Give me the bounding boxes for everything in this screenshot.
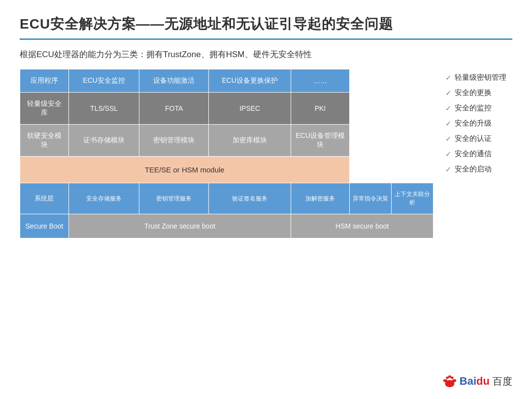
ecu-device-mgmt: ECU设备管理模块 — [291, 125, 349, 157]
check-icon-5: ✓ — [445, 134, 452, 143]
boot-layer-row: Secure Boot Trust Zone secure boot HSM s… — [20, 214, 433, 238]
module-layer-row: 软硬安全模块 证书存储模块 密钥管理模块 加密库模块 ECU设备管理模块 — [20, 125, 433, 157]
app-label: 应用程序 — [20, 69, 69, 93]
checklist-item-2: ✓ 安全的更换 — [445, 88, 512, 98]
page: ECU安全解决方案——无源地址和无认证引导起的安全问题 根据ECU处理器的能力分… — [0, 0, 532, 399]
ecu-monitor: ECU安全监控 — [68, 69, 139, 93]
checklist-label-4: 安全的升级 — [455, 119, 492, 128]
baidu-paw-icon — [441, 372, 459, 390]
ipsec: IPSEC — [209, 93, 291, 125]
verify-sign: 验证签名服务 — [209, 183, 291, 214]
table-container: 应用程序 ECU安全监控 设备功能激活 ECU设备更换保护 …… 轻量级安全库 … — [20, 69, 433, 238]
check-icon-3: ✓ — [445, 104, 452, 113]
baidu-text: Baidu — [460, 375, 490, 388]
more-features: …… — [291, 69, 349, 93]
svg-point-5 — [448, 375, 451, 378]
sys-label: 系统层 — [20, 183, 69, 214]
hsm-boot: HSM secure boot — [291, 214, 433, 238]
tls-ssl: TLS/SSL — [68, 93, 139, 125]
module-label: 软硬安全模块 — [20, 125, 69, 157]
checklist: ✓ 轻量级密钥管理 ✓ 安全的更换 ✓ 安全的监控 ✓ 安全的升级 ✓ 安全的认… — [445, 69, 512, 174]
anomaly-decision: 异常指令决策 — [349, 183, 391, 214]
baidu-logo: Baidu 百度 — [441, 372, 512, 390]
app-layer-row: 应用程序 ECU安全监控 设备功能激活 ECU设备更换保护 …… — [20, 69, 433, 93]
baidu-bai: Bai — [460, 375, 476, 387]
baidu-du: du — [476, 375, 490, 387]
context-analysis: 上下文关联分析 — [391, 183, 433, 214]
secure-boot-label: Secure Boot — [20, 214, 69, 238]
checklist-label-1: 轻量级密钥管理 — [455, 73, 506, 82]
device-activate: 设备功能激活 — [139, 69, 209, 93]
architecture-table: 应用程序 ECU安全监控 设备功能激活 ECU设备更换保护 …… 轻量级安全库 … — [20, 69, 433, 238]
tee-module: TEE/SE or HSM module — [20, 157, 350, 183]
fota: FOTA — [139, 93, 209, 125]
ecu-replace: ECU设备更换保护 — [209, 69, 291, 93]
trustzone-boot: Trust Zone secure boot — [68, 214, 291, 238]
checklist-label-7: 安全的启动 — [455, 165, 492, 174]
svg-point-1 — [443, 379, 447, 382]
lib-layer-row: 轻量级安全库 TLS/SSL FOTA IPSEC PKI — [20, 93, 433, 125]
check-icon-1: ✓ — [445, 73, 452, 82]
key-mgmt-svc: 密钥管理服务 — [139, 183, 209, 214]
checklist-item-5: ✓ 安全的认证 — [445, 134, 512, 143]
checklist-item-3: ✓ 安全的监控 — [445, 103, 512, 113]
crypto-lib: 加密库模块 — [209, 125, 291, 157]
checklist-item-6: ✓ 安全的通信 — [445, 149, 512, 159]
encrypt-decrypt: 加解密服务 — [291, 183, 349, 214]
baidu-chinese: 百度 — [493, 375, 512, 388]
checklist-label-5: 安全的认证 — [455, 134, 492, 143]
main-layout: 应用程序 ECU安全监控 设备功能激活 ECU设备更换保护 …… 轻量级安全库 … — [20, 69, 512, 238]
check-icon-4: ✓ — [445, 119, 452, 128]
lib-label: 轻量级安全库 — [20, 93, 69, 125]
svg-point-2 — [452, 379, 456, 382]
page-title: ECU安全解决方案——无源地址和无认证引导起的安全问题 — [20, 15, 512, 33]
check-icon-7: ✓ — [445, 165, 452, 174]
pki: PKI — [291, 93, 349, 125]
checklist-item-7: ✓ 安全的启动 — [445, 165, 512, 174]
tee-layer-row: TEE/SE or HSM module — [20, 157, 433, 183]
subtitle: 根据ECU处理器的能力分为三类：拥有TrustZone、拥有HSM、硬件无安全特… — [20, 49, 512, 60]
secure-storage: 安全存储服务 — [68, 183, 139, 214]
checklist-item-4: ✓ 安全的升级 — [445, 119, 512, 128]
sys-layer-row: 系统层 安全存储服务 密钥管理服务 验证签名服务 加解密服务 异常指令决策 上下… — [20, 183, 433, 214]
cert-storage: 证书存储模块 — [68, 125, 139, 157]
title-divider — [20, 38, 512, 40]
checklist-label-6: 安全的通信 — [455, 149, 492, 159]
key-mgmt: 密钥管理模块 — [139, 125, 209, 157]
check-icon-6: ✓ — [445, 150, 452, 159]
checklist-item-1: ✓ 轻量级密钥管理 — [445, 73, 512, 82]
checklist-label-2: 安全的更换 — [455, 88, 492, 98]
checklist-label-3: 安全的监控 — [455, 103, 492, 113]
check-icon-2: ✓ — [445, 89, 452, 98]
